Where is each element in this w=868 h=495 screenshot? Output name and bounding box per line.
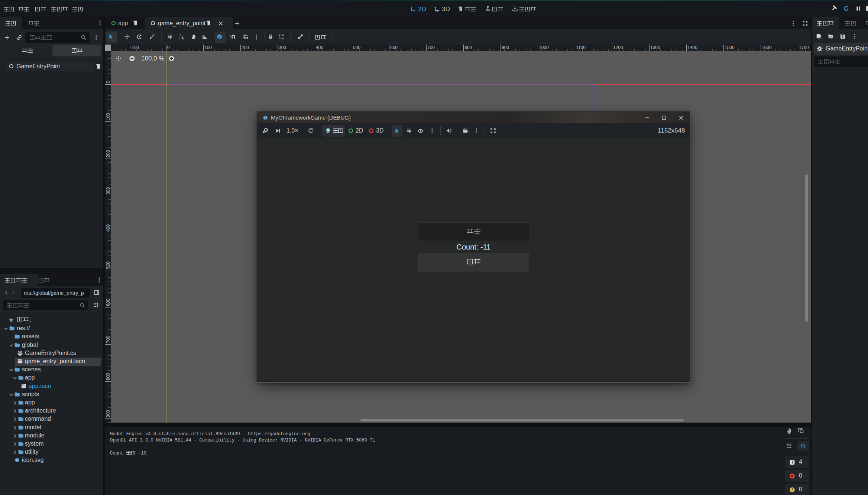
svg-text:c#: c# [819, 49, 821, 52]
svg-text:c#: c# [19, 354, 21, 356]
